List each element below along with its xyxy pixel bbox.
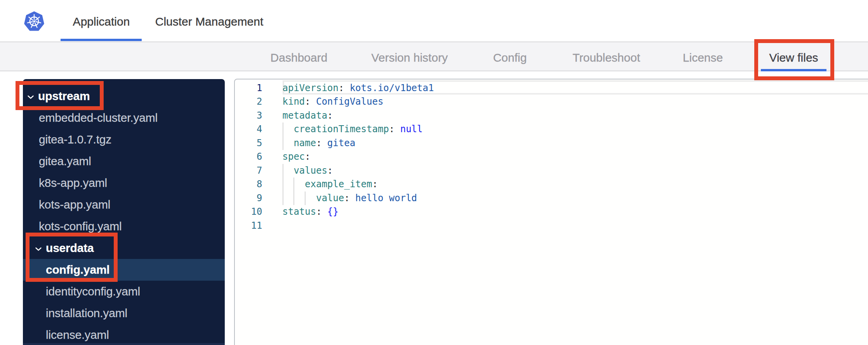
code-indent bbox=[283, 138, 294, 148]
subnav-tab-dashboard[interactable]: Dashboard bbox=[271, 42, 328, 71]
code-token-punct bbox=[322, 206, 327, 217]
tree-item-gitea-1.0.7.tgz[interactable]: gitea-1.0.7.tgz bbox=[23, 129, 225, 150]
tree-item-label: embedded-cluster.yaml bbox=[39, 111, 158, 124]
kots-admin-console: ApplicationCluster Management DashboardV… bbox=[0, 0, 868, 345]
subnav-tab-config[interactable]: Config bbox=[493, 42, 527, 71]
code-token-key: name bbox=[293, 138, 316, 148]
tree-item-installation.yaml[interactable]: installation.yaml bbox=[23, 302, 225, 324]
file-tree-sidebar: upstreamembedded-cluster.yamlgitea-1.0.7… bbox=[23, 79, 225, 345]
tree-item-identityconfig.yaml[interactable]: identityconfig.yaml bbox=[23, 281, 225, 302]
line-number-7: 7 bbox=[235, 164, 262, 178]
subnav-tab-version-history[interactable]: Version history bbox=[372, 42, 448, 71]
code-token-value: kots.io/v1beta1 bbox=[344, 83, 434, 93]
app-header: ApplicationCluster Management bbox=[0, 0, 868, 42]
code-line-5: name: gitea bbox=[283, 136, 356, 150]
tree-item-label: kots-app.yaml bbox=[39, 198, 110, 211]
annotation-box-upstream-item bbox=[16, 81, 104, 110]
code-token-key: values bbox=[293, 165, 327, 176]
code-indent bbox=[283, 165, 294, 176]
tree-item-label: gitea-1.0.7.tgz bbox=[39, 133, 111, 146]
code-token-punct: : bbox=[389, 124, 394, 135]
code-token-punct: : bbox=[339, 83, 344, 93]
tree-item-gitea.yaml[interactable]: gitea.yaml bbox=[23, 150, 225, 172]
code-token-punct: : bbox=[316, 206, 321, 217]
code-token-key: spec bbox=[283, 151, 305, 162]
line-number-11: 11 bbox=[235, 219, 262, 233]
code-token-const: {} bbox=[327, 206, 339, 217]
code-token-key: status bbox=[283, 206, 316, 217]
code-token-key: kind bbox=[283, 96, 305, 107]
code-line-3: metadata: bbox=[283, 109, 333, 123]
code-token-const: null bbox=[395, 124, 423, 135]
code-line-7: values: bbox=[283, 164, 333, 178]
subnav-tab-troubleshoot[interactable]: Troubleshoot bbox=[573, 42, 640, 71]
app-subnav: DashboardVersion historyConfigTroublesho… bbox=[0, 42, 868, 71]
code-token-punct: : bbox=[372, 179, 378, 190]
line-number-1: 1 bbox=[235, 81, 262, 95]
line-number-5: 5 bbox=[235, 136, 262, 150]
tree-item-label: identityconfig.yaml bbox=[46, 285, 140, 298]
code-token-key: metadata bbox=[283, 110, 328, 121]
tree-item-label: installation.yaml bbox=[46, 307, 127, 320]
code-token-punct: : bbox=[316, 138, 321, 148]
code-indent bbox=[283, 124, 294, 135]
kubernetes-logo-icon bbox=[24, 11, 44, 31]
code-token-punct: : bbox=[327, 110, 333, 121]
header-tab-cluster-management[interactable]: Cluster Management bbox=[155, 0, 263, 41]
line-number-3: 3 bbox=[235, 109, 262, 123]
code-token-punct: : bbox=[344, 193, 349, 204]
code-indent bbox=[283, 179, 305, 190]
code-token-value: ConfigValues bbox=[311, 96, 384, 107]
line-number-6: 6 bbox=[235, 150, 262, 164]
k8s-hub bbox=[33, 20, 35, 22]
code-token-key: apiVersion bbox=[283, 83, 339, 93]
code-line-8: example_item: bbox=[283, 178, 378, 191]
code-indent bbox=[283, 193, 316, 204]
tree-item-label: gitea.yaml bbox=[39, 155, 91, 168]
file-tree: upstreamembedded-cluster.yamlgitea-1.0.7… bbox=[23, 85, 225, 345]
line-number-9: 9 bbox=[235, 191, 262, 205]
code-token-punct: : bbox=[327, 165, 333, 176]
file-tree-scrollbar[interactable] bbox=[23, 343, 225, 345]
code-editor[interactable]: 1apiVersion: kots.io/v1beta12kind: Confi… bbox=[234, 79, 868, 345]
tree-item-label: license.yaml bbox=[46, 328, 109, 342]
code-token-punct: : bbox=[305, 151, 310, 162]
tree-item-label: k8s-app.yaml bbox=[39, 176, 107, 190]
line-number-4: 4 bbox=[235, 122, 262, 136]
line-number-8: 8 bbox=[235, 178, 262, 191]
header-active-tab-underline bbox=[61, 39, 142, 41]
code-token-value: hello world bbox=[350, 193, 417, 204]
subnav-tab-license[interactable]: License bbox=[683, 42, 723, 71]
code-line-2: kind: ConfigValues bbox=[283, 95, 384, 109]
annotation-box-userdata-config-items bbox=[26, 233, 118, 282]
line-number-2: 2 bbox=[235, 95, 262, 109]
tree-item-k8s-app.yaml[interactable]: k8s-app.yaml bbox=[23, 172, 225, 194]
code-line-4: creationTimestamp: null bbox=[283, 122, 423, 136]
code-line-10: status: {} bbox=[283, 205, 339, 219]
tree-item-label: kots-config.yaml bbox=[39, 220, 122, 233]
code-token-key: creationTimestamp bbox=[293, 124, 389, 135]
tree-item-embedded-cluster.yaml[interactable]: embedded-cluster.yaml bbox=[23, 107, 225, 129]
subnav-active-tab-underline bbox=[761, 69, 826, 71]
code-token-key: example_item bbox=[305, 179, 372, 190]
code-line-6: spec: bbox=[283, 150, 311, 164]
code-token-key: value bbox=[316, 193, 344, 204]
line-number-10: 10 bbox=[235, 205, 262, 219]
tree-item-license.yaml[interactable]: license.yaml bbox=[23, 324, 225, 345]
tree-item-kots-app.yaml[interactable]: kots-app.yaml bbox=[23, 194, 225, 216]
code-line-1: apiVersion: kots.io/v1beta1 bbox=[283, 81, 434, 95]
code-line-9: value: hello world bbox=[283, 191, 417, 205]
header-tab-application[interactable]: Application bbox=[73, 0, 130, 41]
code-token-punct: : bbox=[305, 96, 310, 107]
annotation-box-view-files-tab bbox=[754, 39, 834, 80]
code-token-value: gitea bbox=[322, 138, 356, 148]
